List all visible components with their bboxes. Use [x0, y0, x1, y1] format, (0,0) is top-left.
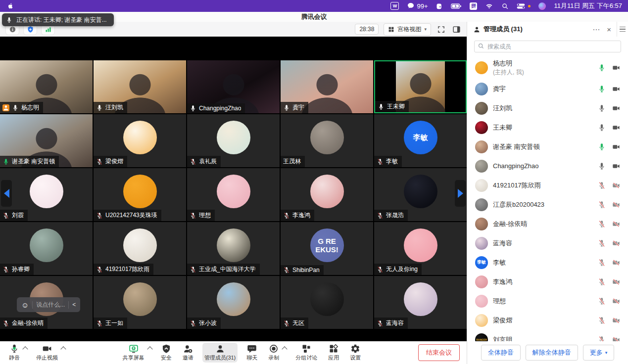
- member-row[interactable]: 金融-徐依晴: [467, 214, 628, 233]
- toolbar-item-mic[interactable]: 静音: [7, 343, 22, 363]
- video-tile[interactable]: 汪刘凯: [94, 60, 186, 113]
- layout-view-selector[interactable]: 宫格视图 ▾: [384, 23, 431, 36]
- video-tile[interactable]: 王一如: [94, 276, 186, 329]
- evernote-icon[interactable]: [435, 2, 443, 10]
- camera-off-icon[interactable]: [612, 201, 620, 209]
- video-tile[interactable]: 王业成_中国海洋大学: [187, 222, 280, 275]
- member-row[interactable]: 江彦辰b20200423: [467, 195, 628, 214]
- video-tile[interactable]: 金融-徐依晴☺说点什么...<: [0, 276, 93, 329]
- camera-off-icon[interactable]: [612, 317, 620, 324]
- camera-off-icon[interactable]: [612, 182, 620, 189]
- member-row[interactable]: 汪刘凯: [467, 98, 628, 118]
- mic-icon[interactable]: [598, 104, 606, 112]
- member-row[interactable]: 李敏李敏: [467, 253, 628, 272]
- video-tile[interactable]: 李逸鸿: [281, 168, 373, 221]
- member-row[interactable]: 谢圣豪 南安普顿: [467, 137, 628, 156]
- collapse-arrow[interactable]: <: [72, 301, 76, 308]
- video-tile[interactable]: 41921017陈欣雨: [94, 222, 186, 275]
- unmute-all-button[interactable]: 解除全体静音: [526, 345, 578, 361]
- member-row[interactable]: 蓝海容: [467, 233, 628, 253]
- sidebar-toggle-button[interactable]: [451, 24, 462, 35]
- mute-all-button[interactable]: 全体静音: [481, 345, 521, 361]
- prev-page-button[interactable]: [1, 180, 12, 207]
- mic-muted-icon[interactable]: [598, 239, 606, 247]
- camera-off-icon[interactable]: [612, 278, 620, 286]
- member-row[interactable]: 理想: [467, 291, 628, 311]
- video-tile[interactable]: 袁礼辰: [187, 114, 280, 167]
- member-row[interactable]: 李逸鸿: [467, 272, 628, 291]
- camera-icon[interactable]: [612, 85, 620, 93]
- member-row[interactable]: RANGER刘京明: [467, 330, 628, 341]
- video-tile[interactable]: 李敏李敏: [374, 114, 467, 167]
- fullscreen-button[interactable]: [436, 24, 446, 35]
- video-tile[interactable]: 刘霞: [0, 168, 93, 221]
- mic-muted-icon[interactable]: [598, 220, 606, 228]
- camera-off-icon[interactable]: [612, 336, 620, 342]
- video-tile[interactable]: 王未卿: [374, 60, 467, 113]
- chevron-up-icon[interactable]: [147, 346, 152, 352]
- toolbar-item-shield[interactable]: 安全: [159, 343, 174, 363]
- video-tile[interactable]: U202142743吴珠瑛: [94, 168, 186, 221]
- wifi-icon[interactable]: [485, 2, 493, 10]
- pinyin-input-icon[interactable]: 拼: [470, 2, 477, 10]
- menubar-clock[interactable]: 11月11日 周五 下午6:57: [554, 1, 622, 10]
- camera-icon[interactable]: [612, 143, 620, 151]
- mic-icon[interactable]: [598, 64, 606, 72]
- spotlight-search-icon[interactable]: [501, 2, 509, 10]
- toolbar-item-camera[interactable]: 停止视频: [34, 343, 60, 363]
- chevron-up-icon[interactable]: [60, 346, 66, 352]
- search-input[interactable]: [474, 41, 621, 52]
- ellipsis-icon[interactable]: ⋯: [590, 26, 602, 33]
- next-page-button[interactable]: [455, 180, 466, 207]
- video-tile[interactable]: 孙睿卿: [0, 222, 93, 275]
- chevron-up-icon[interactable]: [282, 346, 288, 352]
- video-tile[interactable]: 梁俊熠: [94, 114, 186, 167]
- member-row[interactable]: 王未卿: [467, 118, 628, 137]
- emoji-icon[interactable]: ☺: [21, 301, 29, 309]
- chat-placeholder[interactable]: 说点什么...: [36, 301, 65, 309]
- member-row[interactable]: 梁俊熠: [467, 311, 628, 330]
- member-row[interactable]: 41921017陈欣雨: [467, 176, 628, 195]
- camera-off-icon[interactable]: [612, 220, 620, 228]
- video-tile[interactable]: 杨志明: [0, 60, 93, 113]
- camera-off-icon[interactable]: [612, 239, 620, 247]
- word-icon[interactable]: W: [390, 2, 399, 10]
- chevron-up-icon[interactable]: [22, 346, 28, 352]
- mic-icon[interactable]: [598, 124, 606, 132]
- video-tile[interactable]: 无人及你ing: [374, 222, 467, 275]
- video-tile[interactable]: 王茂林: [281, 114, 373, 167]
- camera-icon[interactable]: [612, 162, 620, 170]
- camera-icon[interactable]: [612, 104, 620, 112]
- video-tile[interactable]: ChangpingZhao: [187, 60, 280, 113]
- mic-muted-icon[interactable]: [598, 259, 606, 267]
- video-tile[interactable]: 谢圣豪 南安普顿: [0, 114, 93, 167]
- wechat-icon[interactable]: 99+: [407, 2, 428, 10]
- close-icon[interactable]: ×: [605, 26, 613, 33]
- apple-icon[interactable]: [7, 2, 14, 10]
- video-tile[interactable]: G RE EKUS!ShibinPan: [281, 222, 373, 275]
- toolbar-item-settings[interactable]: 设置: [348, 343, 363, 363]
- mic-muted-icon[interactable]: [598, 317, 606, 324]
- member-row[interactable]: 杨志明(主持人, 我): [467, 56, 628, 79]
- mic-muted-icon[interactable]: [598, 336, 606, 342]
- mic-icon[interactable]: [598, 162, 606, 170]
- siri-icon[interactable]: [538, 2, 546, 10]
- toolbar-item-chat[interactable]: 聊天: [244, 343, 259, 363]
- mic-muted-icon[interactable]: [598, 201, 606, 209]
- toolbar-item-record[interactable]: 录制: [266, 343, 281, 363]
- toolbar-item-breakout[interactable]: 分组讨论: [293, 343, 319, 363]
- toolbar-item-invite[interactable]: 邀请: [181, 343, 195, 363]
- member-row[interactable]: ChangpingZhao: [467, 156, 628, 176]
- toolbar-item-apps[interactable]: 应用: [326, 343, 341, 363]
- camera-icon[interactable]: [612, 124, 620, 132]
- video-tile[interactable]: 张晟浩: [374, 168, 467, 221]
- end-meeting-button[interactable]: 结束会议: [418, 344, 460, 361]
- video-tile[interactable]: 蓝海容: [374, 276, 467, 329]
- more-button[interactable]: 更多▾: [583, 345, 615, 361]
- video-tile[interactable]: 张小波: [187, 276, 280, 329]
- mic-icon[interactable]: [598, 85, 606, 93]
- control-center-icon[interactable]: [517, 3, 531, 9]
- mic-muted-icon[interactable]: [598, 297, 606, 305]
- toolbar-item-share-screen[interactable]: 共享屏幕: [121, 343, 146, 363]
- camera-off-icon[interactable]: [612, 297, 620, 305]
